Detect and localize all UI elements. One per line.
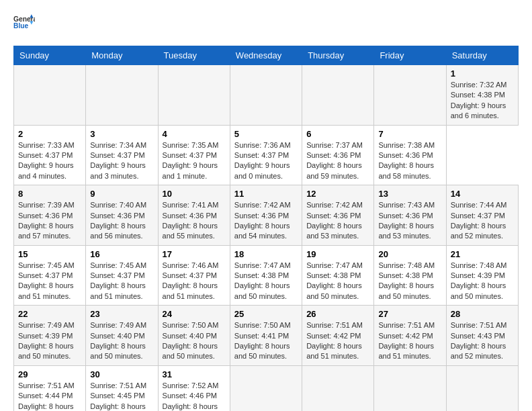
- day-number: 26: [306, 309, 369, 319]
- calendar-week-row: 29Sunrise: 7:51 AMSunset: 4:44 PMDayligh…: [14, 365, 519, 411]
- calendar-day-28: 28Sunrise: 7:51 AMSunset: 4:43 PMDayligh…: [446, 306, 518, 366]
- day-info: Sunrise: 7:52 AMSunset: 4:46 PMDaylight:…: [163, 381, 226, 411]
- day-info: Sunrise: 7:44 AMSunset: 4:37 PMDaylight:…: [451, 200, 514, 242]
- day-number: 5: [234, 129, 298, 139]
- calendar-day-25: 25Sunrise: 7:50 AMSunset: 4:41 PMDayligh…: [230, 306, 302, 366]
- day-info: Sunrise: 7:43 AMSunset: 4:36 PMDaylight:…: [378, 200, 441, 242]
- day-info: Sunrise: 7:48 AMSunset: 4:39 PMDaylight:…: [451, 261, 514, 302]
- calendar-table: SundayMondayTuesdayWednesdayThursdayFrid…: [13, 46, 519, 411]
- day-info: Sunrise: 7:51 AMSunset: 4:42 PMDaylight:…: [306, 320, 369, 362]
- logo: General Blue: [13, 13, 35, 35]
- empty-cell: [446, 365, 518, 411]
- calendar-day-1: 1Sunrise: 7:32 AMSunset: 4:38 PMDaylight…: [446, 65, 518, 126]
- calendar-day-3: 3Sunrise: 7:34 AMSunset: 4:37 PMDaylight…: [86, 125, 158, 185]
- day-number: 31: [163, 369, 226, 379]
- day-number: 3: [90, 129, 153, 139]
- calendar-day-4: 4Sunrise: 7:35 AMSunset: 4:37 PMDaylight…: [158, 125, 230, 185]
- day-number: 14: [451, 189, 514, 199]
- svg-marker-3: [30, 21, 33, 25]
- empty-cell: [230, 365, 302, 411]
- column-header-sunday: Sunday: [14, 46, 86, 65]
- calendar-day-21: 21Sunrise: 7:48 AMSunset: 4:39 PMDayligh…: [446, 245, 518, 306]
- calendar-day-31: 31Sunrise: 7:52 AMSunset: 4:46 PMDayligh…: [158, 365, 230, 411]
- day-info: Sunrise: 7:33 AMSunset: 4:37 PMDaylight:…: [18, 140, 81, 182]
- day-info: Sunrise: 7:49 AMSunset: 4:40 PMDaylight:…: [90, 320, 153, 362]
- day-info: Sunrise: 7:37 AMSunset: 4:36 PMDaylight:…: [306, 140, 369, 182]
- day-info: Sunrise: 7:48 AMSunset: 4:38 PMDaylight:…: [378, 261, 441, 302]
- day-number: 9: [90, 189, 153, 199]
- calendar-day-24: 24Sunrise: 7:50 AMSunset: 4:40 PMDayligh…: [158, 306, 230, 366]
- day-info: Sunrise: 7:39 AMSunset: 4:36 PMDaylight:…: [18, 200, 81, 242]
- day-info: Sunrise: 7:36 AMSunset: 4:37 PMDaylight:…: [234, 140, 298, 182]
- day-info: Sunrise: 7:45 AMSunset: 4:37 PMDaylight:…: [18, 261, 81, 302]
- day-number: 25: [234, 309, 298, 319]
- calendar-day-14: 14Sunrise: 7:44 AMSunset: 4:37 PMDayligh…: [446, 185, 518, 246]
- day-info: Sunrise: 7:51 AMSunset: 4:42 PMDaylight:…: [378, 320, 441, 362]
- calendar-day-6: 6Sunrise: 7:37 AMSunset: 4:36 PMDaylight…: [302, 125, 374, 185]
- calendar-day-17: 17Sunrise: 7:46 AMSunset: 4:37 PMDayligh…: [158, 245, 230, 306]
- calendar-day-18: 18Sunrise: 7:47 AMSunset: 4:38 PMDayligh…: [230, 245, 302, 306]
- day-info: Sunrise: 7:49 AMSunset: 4:39 PMDaylight:…: [18, 320, 81, 362]
- day-number: 8: [18, 189, 81, 199]
- day-number: 24: [163, 309, 226, 319]
- day-number: 23: [90, 309, 153, 319]
- day-number: 19: [306, 249, 369, 259]
- column-header-monday: Monday: [86, 46, 158, 65]
- day-number: 15: [18, 249, 81, 259]
- empty-cell: [374, 365, 446, 411]
- calendar-day-23: 23Sunrise: 7:49 AMSunset: 4:40 PMDayligh…: [86, 306, 158, 366]
- day-info: Sunrise: 7:47 AMSunset: 4:38 PMDaylight:…: [306, 261, 369, 302]
- calendar-week-row: 8Sunrise: 7:39 AMSunset: 4:36 PMDaylight…: [14, 185, 519, 246]
- day-info: Sunrise: 7:38 AMSunset: 4:36 PMDaylight:…: [378, 140, 441, 182]
- day-info: Sunrise: 7:35 AMSunset: 4:37 PMDaylight:…: [163, 140, 226, 182]
- day-number: 7: [378, 129, 441, 139]
- empty-cell: [86, 65, 158, 126]
- column-header-saturday: Saturday: [446, 46, 518, 65]
- day-info: Sunrise: 7:34 AMSunset: 4:37 PMDaylight:…: [90, 140, 153, 182]
- day-number: 20: [378, 249, 441, 259]
- day-info: Sunrise: 7:51 AMSunset: 4:45 PMDaylight:…: [90, 381, 153, 411]
- day-number: 6: [306, 129, 369, 139]
- calendar-day-27: 27Sunrise: 7:51 AMSunset: 4:42 PMDayligh…: [374, 306, 446, 366]
- calendar-day-15: 15Sunrise: 7:45 AMSunset: 4:37 PMDayligh…: [14, 245, 86, 306]
- day-info: Sunrise: 7:41 AMSunset: 4:36 PMDaylight:…: [163, 200, 226, 242]
- day-info: Sunrise: 7:40 AMSunset: 4:36 PMDaylight:…: [90, 200, 153, 242]
- day-info: Sunrise: 7:50 AMSunset: 4:41 PMDaylight:…: [234, 320, 298, 362]
- column-header-friday: Friday: [374, 46, 446, 65]
- calendar-day-16: 16Sunrise: 7:45 AMSunset: 4:37 PMDayligh…: [86, 245, 158, 306]
- day-number: 11: [234, 189, 298, 199]
- day-number: 22: [18, 309, 81, 319]
- empty-cell: [374, 65, 446, 126]
- calendar-day-29: 29Sunrise: 7:51 AMSunset: 4:44 PMDayligh…: [14, 365, 86, 411]
- calendar-day-12: 12Sunrise: 7:42 AMSunset: 4:36 PMDayligh…: [302, 185, 374, 246]
- day-number: 16: [90, 249, 153, 259]
- day-number: 27: [378, 309, 441, 319]
- calendar-day-5: 5Sunrise: 7:36 AMSunset: 4:37 PMDaylight…: [230, 125, 302, 185]
- day-number: 28: [451, 309, 514, 319]
- calendar-day-8: 8Sunrise: 7:39 AMSunset: 4:36 PMDaylight…: [14, 185, 86, 246]
- day-number: 4: [163, 129, 226, 139]
- day-number: 2: [18, 129, 81, 139]
- calendar-day-26: 26Sunrise: 7:51 AMSunset: 4:42 PMDayligh…: [302, 306, 374, 366]
- column-header-wednesday: Wednesday: [230, 46, 302, 65]
- day-number: 30: [90, 369, 153, 379]
- day-info: Sunrise: 7:32 AMSunset: 4:38 PMDaylight:…: [451, 80, 514, 122]
- day-number: 21: [451, 249, 514, 259]
- day-info: Sunrise: 7:51 AMSunset: 4:44 PMDaylight:…: [18, 381, 81, 411]
- day-number: 1: [451, 68, 514, 79]
- calendar-week-row: 2Sunrise: 7:33 AMSunset: 4:37 PMDaylight…: [14, 125, 519, 185]
- empty-cell: [302, 65, 374, 126]
- calendar-header-row: SundayMondayTuesdayWednesdayThursdayFrid…: [14, 46, 519, 65]
- column-header-thursday: Thursday: [302, 46, 374, 65]
- calendar-week-row: 22Sunrise: 7:49 AMSunset: 4:39 PMDayligh…: [14, 306, 519, 366]
- calendar-day-20: 20Sunrise: 7:48 AMSunset: 4:38 PMDayligh…: [374, 245, 446, 306]
- calendar-day-11: 11Sunrise: 7:42 AMSunset: 4:36 PMDayligh…: [230, 185, 302, 246]
- calendar-day-10: 10Sunrise: 7:41 AMSunset: 4:36 PMDayligh…: [158, 185, 230, 246]
- day-number: 13: [378, 189, 441, 199]
- calendar-day-22: 22Sunrise: 7:49 AMSunset: 4:39 PMDayligh…: [14, 306, 86, 366]
- empty-cell: [302, 365, 374, 411]
- calendar-week-row: 15Sunrise: 7:45 AMSunset: 4:37 PMDayligh…: [14, 245, 519, 306]
- day-info: Sunrise: 7:42 AMSunset: 4:36 PMDaylight:…: [306, 200, 369, 242]
- day-info: Sunrise: 7:45 AMSunset: 4:37 PMDaylight:…: [90, 261, 153, 302]
- empty-cell: [230, 65, 302, 126]
